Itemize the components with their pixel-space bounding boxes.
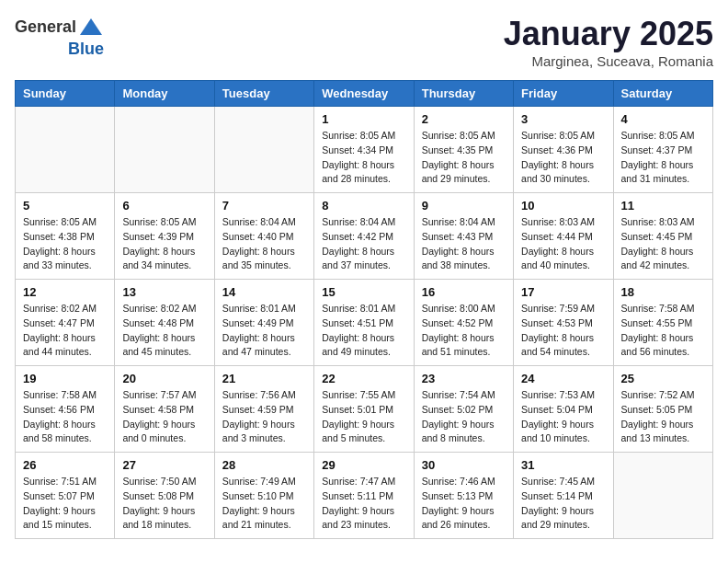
day-number: 5 [23, 199, 107, 213]
day-info: Sunrise: 7:53 AM Sunset: 5:04 PM Dayligh… [521, 388, 605, 446]
weekday-header-tuesday: Tuesday [214, 81, 313, 107]
calendar-cell: 5Sunrise: 8:05 AM Sunset: 4:38 PM Daylig… [16, 193, 115, 280]
day-number: 10 [521, 199, 605, 213]
calendar-cell: 28Sunrise: 7:49 AM Sunset: 5:10 PM Dayli… [214, 453, 313, 539]
day-number: 28 [222, 458, 306, 472]
weekday-header-row: SundayMondayTuesdayWednesdayThursdayFrid… [16, 81, 713, 107]
day-info: Sunrise: 7:45 AM Sunset: 5:14 PM Dayligh… [521, 475, 605, 533]
day-info: Sunrise: 7:52 AM Sunset: 5:05 PM Dayligh… [621, 388, 705, 446]
day-info: Sunrise: 8:03 AM Sunset: 4:44 PM Dayligh… [521, 215, 605, 273]
calendar-cell: 26Sunrise: 7:51 AM Sunset: 5:07 PM Dayli… [16, 453, 115, 539]
day-number: 12 [23, 285, 107, 299]
day-info: Sunrise: 8:04 AM Sunset: 4:42 PM Dayligh… [322, 215, 405, 273]
calendar-cell: 11Sunrise: 8:03 AM Sunset: 4:45 PM Dayli… [613, 193, 712, 280]
day-info: Sunrise: 7:54 AM Sunset: 5:02 PM Dayligh… [422, 388, 506, 446]
day-info: Sunrise: 8:03 AM Sunset: 4:45 PM Dayligh… [621, 215, 705, 273]
calendar-cell: 29Sunrise: 7:47 AM Sunset: 5:11 PM Dayli… [314, 453, 414, 539]
day-number: 8 [322, 199, 405, 213]
calendar-cell: 18Sunrise: 7:58 AM Sunset: 4:55 PM Dayli… [613, 280, 712, 366]
day-number: 25 [621, 372, 705, 385]
day-number: 21 [222, 372, 306, 385]
day-number: 4 [621, 112, 705, 126]
calendar-location: Marginea, Suceava, Romania [504, 53, 713, 69]
day-number: 15 [322, 285, 405, 299]
day-number: 20 [122, 372, 206, 385]
day-number: 24 [521, 372, 605, 385]
calendar-cell: 14Sunrise: 8:01 AM Sunset: 4:49 PM Dayli… [214, 280, 313, 366]
day-info: Sunrise: 8:05 AM Sunset: 4:36 PM Dayligh… [521, 129, 605, 187]
calendar-cell: 30Sunrise: 7:46 AM Sunset: 5:13 PM Dayli… [414, 453, 513, 539]
week-row-3: 12Sunrise: 8:02 AM Sunset: 4:47 PM Dayli… [16, 280, 713, 366]
calendar-cell: 21Sunrise: 7:56 AM Sunset: 4:59 PM Dayli… [214, 366, 313, 453]
day-info: Sunrise: 8:02 AM Sunset: 4:47 PM Dayligh… [23, 302, 107, 360]
calendar-cell: 27Sunrise: 7:50 AM Sunset: 5:08 PM Dayli… [115, 453, 214, 539]
page-header: General Blue January 2025 Marginea, Suce… [15, 15, 713, 69]
day-info: Sunrise: 8:05 AM Sunset: 4:38 PM Dayligh… [23, 215, 107, 273]
day-info: Sunrise: 7:49 AM Sunset: 5:10 PM Dayligh… [222, 475, 306, 533]
calendar-cell [16, 107, 115, 193]
day-number: 18 [621, 285, 705, 299]
calendar-cell: 4Sunrise: 8:05 AM Sunset: 4:37 PM Daylig… [613, 107, 712, 193]
day-info: Sunrise: 8:05 AM Sunset: 4:35 PM Dayligh… [422, 129, 506, 187]
day-number: 1 [322, 112, 405, 126]
day-info: Sunrise: 7:51 AM Sunset: 5:07 PM Dayligh… [23, 475, 107, 533]
day-info: Sunrise: 8:05 AM Sunset: 4:39 PM Dayligh… [122, 215, 206, 273]
day-info: Sunrise: 7:57 AM Sunset: 4:58 PM Dayligh… [122, 388, 206, 446]
calendar-title: January 2025 [504, 15, 713, 53]
calendar-cell: 22Sunrise: 7:55 AM Sunset: 5:01 PM Dayli… [314, 366, 414, 453]
calendar-cell: 9Sunrise: 8:04 AM Sunset: 4:43 PM Daylig… [414, 193, 513, 280]
calendar-cell: 19Sunrise: 7:58 AM Sunset: 4:56 PM Dayli… [16, 366, 115, 453]
day-number: 6 [122, 199, 206, 213]
day-number: 30 [422, 458, 506, 472]
calendar-cell: 15Sunrise: 8:01 AM Sunset: 4:51 PM Dayli… [314, 280, 414, 366]
day-info: Sunrise: 7:58 AM Sunset: 4:55 PM Dayligh… [621, 302, 705, 360]
day-info: Sunrise: 8:01 AM Sunset: 4:51 PM Dayligh… [322, 302, 405, 360]
day-number: 31 [521, 458, 605, 472]
day-number: 16 [422, 285, 506, 299]
calendar-cell [214, 107, 313, 193]
day-info: Sunrise: 8:04 AM Sunset: 4:40 PM Dayligh… [222, 215, 306, 273]
day-number: 7 [222, 199, 306, 213]
weekday-header-friday: Friday [514, 81, 613, 107]
weekday-header-wednesday: Wednesday [314, 81, 414, 107]
calendar-cell: 31Sunrise: 7:45 AM Sunset: 5:14 PM Dayli… [514, 453, 613, 539]
calendar-cell: 7Sunrise: 8:04 AM Sunset: 4:40 PM Daylig… [214, 193, 313, 280]
day-number: 2 [422, 112, 506, 126]
logo-blue-text: Blue [68, 40, 104, 59]
day-info: Sunrise: 8:00 AM Sunset: 4:52 PM Dayligh… [422, 302, 506, 360]
calendar-cell: 10Sunrise: 8:03 AM Sunset: 4:44 PM Dayli… [514, 193, 613, 280]
day-number: 3 [521, 112, 605, 126]
week-row-1: 1Sunrise: 8:05 AM Sunset: 4:34 PM Daylig… [16, 107, 713, 193]
calendar-cell [613, 453, 712, 539]
week-row-2: 5Sunrise: 8:05 AM Sunset: 4:38 PM Daylig… [16, 193, 713, 280]
calendar-cell: 12Sunrise: 8:02 AM Sunset: 4:47 PM Dayli… [16, 280, 115, 366]
day-info: Sunrise: 8:05 AM Sunset: 4:34 PM Dayligh… [322, 129, 405, 187]
weekday-header-monday: Monday [115, 81, 214, 107]
title-block: January 2025 Marginea, Suceava, Romania [504, 15, 713, 69]
weekday-header-saturday: Saturday [613, 81, 712, 107]
day-info: Sunrise: 8:04 AM Sunset: 4:43 PM Dayligh… [422, 215, 506, 273]
calendar-cell: 2Sunrise: 8:05 AM Sunset: 4:35 PM Daylig… [414, 107, 513, 193]
calendar-cell: 1Sunrise: 8:05 AM Sunset: 4:34 PM Daylig… [314, 107, 414, 193]
logo: General Blue [15, 15, 104, 59]
week-row-4: 19Sunrise: 7:58 AM Sunset: 4:56 PM Dayli… [16, 366, 713, 453]
day-info: Sunrise: 8:05 AM Sunset: 4:37 PM Dayligh… [621, 129, 705, 187]
day-number: 11 [621, 199, 705, 213]
weekday-header-sunday: Sunday [16, 81, 115, 107]
calendar-cell: 17Sunrise: 7:59 AM Sunset: 4:53 PM Dayli… [514, 280, 613, 366]
day-number: 9 [422, 199, 506, 213]
calendar-table: SundayMondayTuesdayWednesdayThursdayFrid… [15, 80, 713, 539]
day-info: Sunrise: 7:47 AM Sunset: 5:11 PM Dayligh… [322, 475, 405, 533]
calendar-cell: 16Sunrise: 8:00 AM Sunset: 4:52 PM Dayli… [414, 280, 513, 366]
logo-general-text: General [15, 18, 76, 37]
weekday-header-thursday: Thursday [414, 81, 513, 107]
day-number: 19 [23, 372, 107, 385]
day-number: 27 [122, 458, 206, 472]
calendar-cell: 13Sunrise: 8:02 AM Sunset: 4:48 PM Dayli… [115, 280, 214, 366]
day-info: Sunrise: 8:02 AM Sunset: 4:48 PM Dayligh… [122, 302, 206, 360]
day-number: 17 [521, 285, 605, 299]
day-number: 22 [322, 372, 405, 385]
day-info: Sunrise: 7:56 AM Sunset: 4:59 PM Dayligh… [222, 388, 306, 446]
calendar-cell: 8Sunrise: 8:04 AM Sunset: 4:42 PM Daylig… [314, 193, 414, 280]
day-number: 29 [322, 458, 405, 472]
